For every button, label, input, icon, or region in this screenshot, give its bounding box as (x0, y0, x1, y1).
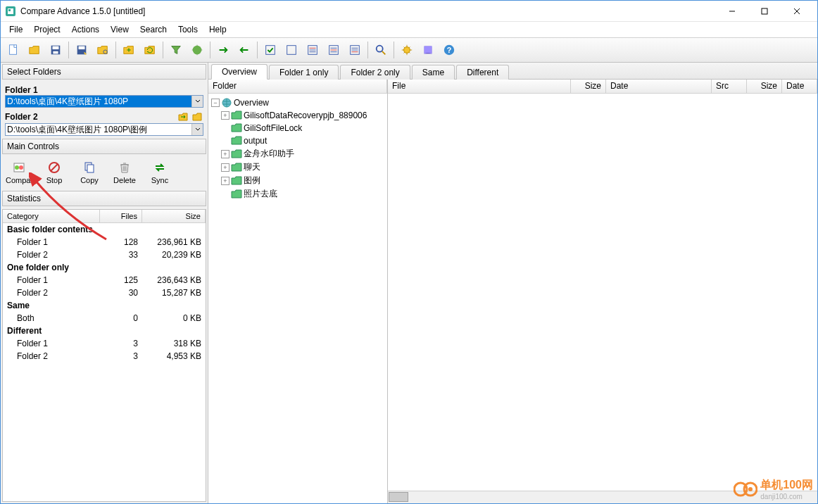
settings-icon[interactable] (397, 40, 417, 60)
main-area: Select Folders Folder 1 Folder 2 (1, 63, 817, 503)
filecol-src[interactable]: Src (712, 80, 747, 93)
statistics-header: Statistics (2, 191, 206, 206)
menu-file[interactable]: File (4, 23, 28, 36)
svg-point-29 (377, 46, 383, 52)
uncheck-icon[interactable] (282, 40, 301, 60)
left-panel: Select Folders Folder 1 Folder 2 (1, 63, 208, 503)
file-list-pane: File Size Date Src Size Date (388, 80, 817, 503)
filter-icon[interactable] (166, 40, 186, 60)
stats-col-size[interactable]: Size (142, 210, 206, 222)
folder1-dropdown[interactable] (191, 96, 203, 107)
filecol-size[interactable]: Size (571, 80, 606, 93)
new-icon[interactable] (4, 40, 23, 60)
stats-row: Folder 23320,239 KB (3, 248, 206, 261)
compare-button[interactable]: Compare (4, 158, 34, 187)
folder-icon (231, 122, 242, 134)
stats-group-header: One folder only (3, 261, 206, 274)
tree-node[interactable]: + 图例 (211, 174, 384, 187)
menu-help[interactable]: Help (203, 23, 232, 36)
expand-icon[interactable]: + (221, 163, 229, 172)
save-icon[interactable] (46, 40, 65, 60)
expand-icon[interactable]: + (221, 177, 229, 185)
list1-icon[interactable] (303, 40, 322, 60)
filecol-size2[interactable]: Size (747, 80, 782, 93)
folder1-input[interactable] (6, 96, 191, 107)
expand-icon[interactable]: + (221, 150, 229, 158)
folder-icon (231, 162, 242, 173)
explorer-icon[interactable] (93, 40, 113, 60)
list2-icon[interactable] (324, 40, 344, 60)
stats-row: Folder 1128236,961 KB (3, 236, 206, 248)
stop-button[interactable]: Stop (39, 158, 70, 187)
svg-rect-12 (79, 46, 85, 50)
expand-icon[interactable]: + (221, 111, 229, 120)
svg-rect-4 (762, 8, 767, 14)
help-icon[interactable]: ? (439, 40, 459, 60)
svg-line-38 (51, 164, 58, 171)
tab-different[interactable]: Different (456, 65, 509, 80)
tree-root[interactable]: − Overview (211, 96, 384, 109)
collapse-icon[interactable]: − (211, 99, 220, 107)
copy-button[interactable]: Copy (74, 158, 105, 187)
maximize-button[interactable] (748, 1, 781, 21)
filecol-date2[interactable]: Date (782, 80, 817, 93)
filecol-file[interactable]: File (388, 80, 571, 93)
tab-folder2only[interactable]: Folder 2 only (340, 65, 410, 80)
filter-settings-icon[interactable] (187, 40, 207, 60)
world-icon (221, 97, 232, 108)
folder2-dropdown[interactable] (191, 124, 203, 135)
menu-actions[interactable]: Actions (66, 23, 105, 36)
tab-same[interactable]: Same (412, 65, 455, 80)
close-button[interactable] (781, 1, 813, 21)
check-icon[interactable] (260, 40, 280, 60)
menu-search[interactable]: Search (134, 23, 172, 36)
compare-icon[interactable] (119, 40, 139, 60)
folder-icon (231, 175, 242, 187)
stats-row: Both00 KB (3, 312, 206, 325)
menu-tools[interactable]: Tools (172, 23, 203, 36)
minimize-button[interactable] (716, 1, 748, 21)
sync-button[interactable]: Sync (144, 158, 175, 187)
search-icon[interactable] (371, 40, 391, 60)
tab-folder1only[interactable]: Folder 1 only (269, 65, 339, 80)
expand-spacer (221, 190, 229, 199)
swap-folders-icon[interactable] (177, 111, 189, 123)
tree-header[interactable]: Folder (208, 80, 387, 93)
copy-right-icon[interactable] (213, 40, 233, 60)
list3-icon[interactable] (345, 40, 365, 60)
copy-left-icon[interactable] (234, 40, 254, 60)
svg-rect-9 (53, 46, 59, 50)
tree-node[interactable]: + 聊天 (211, 160, 384, 174)
folder2-input[interactable] (6, 124, 191, 135)
book-icon[interactable] (418, 40, 438, 60)
tree-node[interactable]: GiliSoftFileLock (211, 122, 384, 134)
browse-folder-icon[interactable] (191, 111, 203, 123)
menu-project[interactable]: Project (28, 23, 65, 36)
stats-col-category[interactable]: Category (3, 210, 100, 222)
scrollbar-thumb[interactable] (389, 492, 408, 502)
tree-node[interactable]: 照片去底 (211, 187, 384, 201)
tree-node[interactable]: output (211, 134, 384, 147)
window-title: Compare Advance 1.5.0 [untitled] (20, 6, 716, 16)
select-folders-header: Select Folders (2, 64, 206, 80)
stats-col-files[interactable]: Files (100, 210, 142, 222)
delete-button[interactable]: Delete (109, 158, 140, 187)
svg-point-36 (19, 165, 23, 170)
save-as-icon[interactable] (72, 40, 92, 60)
refresh-icon[interactable] (140, 40, 160, 60)
copy-action-icon (76, 160, 103, 175)
folder-tree-pane: Folder − Overview + GilisoftDataRecovery… (208, 80, 388, 503)
folder-icon (231, 135, 242, 146)
open-icon[interactable] (25, 40, 44, 60)
menu-view[interactable]: View (105, 23, 134, 36)
expand-spacer (221, 124, 229, 132)
toolbar: ? (1, 37, 817, 63)
folder2-label: Folder 2 (5, 112, 38, 122)
compare-action-icon (6, 160, 32, 175)
tab-overview[interactable]: Overview (211, 64, 268, 80)
tree-node[interactable]: + 金舟水印助手 (211, 147, 384, 160)
tree-node[interactable]: + GilisoftDataRecoverypjb_889006 (211, 109, 384, 122)
app-icon (5, 6, 16, 17)
filecol-date[interactable]: Date (606, 80, 712, 93)
main-controls-header: Main Controls (2, 139, 206, 154)
